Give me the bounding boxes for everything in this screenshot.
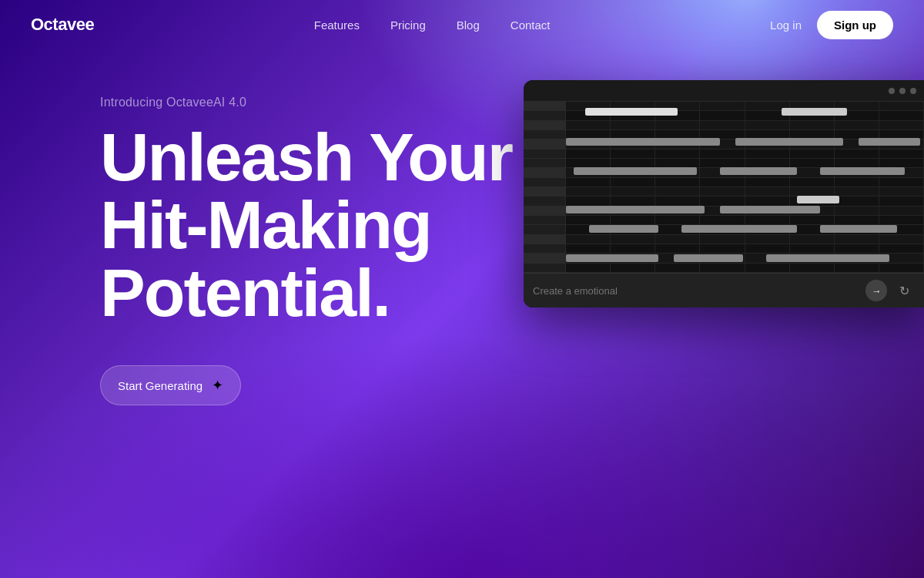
nav-links: Features Pricing Blog Contact [314, 18, 551, 32]
piano-key-row [524, 150, 565, 159]
note-block [820, 225, 897, 233]
nav-link-contact[interactable]: Contact [511, 18, 551, 32]
note-block [766, 254, 889, 262]
app-titlebar [524, 80, 924, 102]
piano-key-row [524, 254, 565, 263]
piano-roll [524, 102, 924, 273]
note-block [589, 225, 658, 233]
piano-key-row [524, 216, 565, 225]
app-preview-widget: → ↻ [524, 80, 924, 307]
hero-text-block: Introducing OctaveeAI 4.0 Unleash Your H… [100, 96, 512, 405]
piano-key-row [524, 264, 565, 273]
titlebar-dot-2 [899, 88, 906, 94]
login-button[interactable]: Log in [770, 18, 802, 32]
note-block [674, 254, 743, 262]
site-logo[interactable]: Octavee [31, 15, 94, 35]
note-block [859, 138, 920, 146]
piano-key-row [524, 244, 565, 254]
grid-area [566, 102, 924, 273]
hero-title: Unleash Your Hit-Making Potential. [100, 123, 512, 327]
nav-link-blog[interactable]: Blog [457, 18, 480, 32]
titlebar-dot-1 [889, 88, 895, 94]
hero-subtitle: Introducing OctaveeAI 4.0 [100, 96, 512, 109]
note-block [681, 225, 797, 233]
page-content: Octavee Features Pricing Blog Contact Lo… [0, 0, 924, 578]
piano-key-row [524, 225, 565, 234]
nav-actions: Log in Sign up [770, 11, 893, 39]
nav-link-pricing[interactable]: Pricing [390, 18, 426, 32]
note-block [566, 138, 720, 146]
note-block [566, 254, 658, 262]
note-block [566, 206, 705, 213]
cta-sparkle-icon: ✦ [212, 377, 223, 394]
note-block [585, 108, 678, 116]
start-generating-button[interactable]: Start Generating ✦ [100, 365, 241, 405]
piano-key-row [524, 159, 565, 168]
piano-key-row [524, 235, 565, 244]
navbar: Octavee Features Pricing Blog Contact Lo… [0, 0, 924, 49]
hero-section: Introducing OctaveeAI 4.0 Unleash Your H… [0, 49, 924, 405]
notes-layer [566, 102, 924, 273]
prompt-input[interactable] [533, 285, 859, 297]
cta-label: Start Generating [118, 379, 203, 392]
hero-title-line2: Hit-Making [100, 187, 431, 263]
piano-key-row [524, 197, 565, 206]
piano-key-row [524, 130, 565, 139]
note-block [720, 167, 797, 175]
send-icon: → [872, 285, 882, 297]
note-block [574, 167, 697, 175]
note-block [797, 196, 839, 203]
hero-title-line1: Unleash Your [100, 119, 512, 195]
piano-key-row [524, 207, 565, 216]
titlebar-dot-3 [910, 88, 916, 94]
piano-key-row [524, 178, 565, 187]
piano-key-row [524, 102, 565, 111]
piano-key-row [524, 139, 565, 149]
send-button[interactable]: → [865, 280, 887, 301]
refresh-button[interactable]: ↻ [893, 280, 915, 301]
note-block [720, 206, 820, 213]
refresh-icon: ↻ [899, 284, 909, 298]
hero-title-line3: Potential. [100, 254, 390, 331]
note-block [820, 167, 905, 175]
signup-button[interactable]: Sign up [817, 11, 893, 39]
note-block [735, 138, 843, 146]
prompt-bar: → ↻ [524, 273, 924, 307]
note-block [782, 108, 847, 116]
nav-link-features[interactable]: Features [314, 18, 360, 32]
piano-key-row [524, 168, 565, 177]
piano-key-row [524, 121, 565, 130]
piano-keys [524, 102, 566, 273]
piano-key-row [524, 187, 565, 197]
piano-key-row [524, 111, 565, 120]
